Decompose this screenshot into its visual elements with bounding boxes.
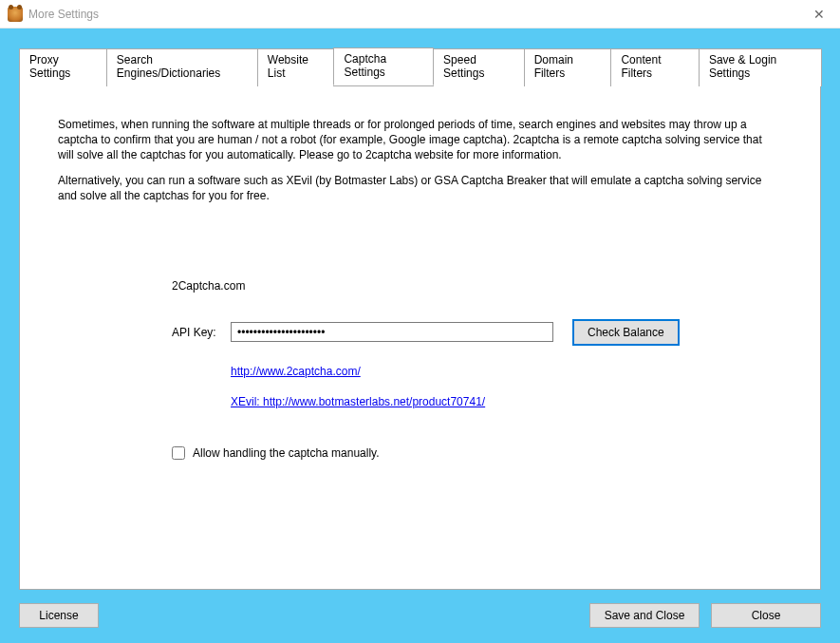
app-icon (8, 7, 23, 22)
tab-save-login-settings[interactable]: Save & Login Settings (699, 48, 822, 86)
tab-strip: Proxy Settings Search Engines/Dictionari… (19, 47, 821, 85)
tab-search-engines[interactable]: Search Engines/Dictionaries (106, 48, 258, 86)
manual-captcha-checkbox[interactable] (172, 446, 185, 460)
api-key-input[interactable] (231, 322, 553, 342)
tab-content-filters[interactable]: Content Filters (610, 48, 699, 86)
window-title: More Settings (28, 8, 99, 21)
check-balance-button[interactable]: Check Balance (572, 319, 680, 346)
intro-text: Sometimes, when running the software at … (58, 117, 779, 203)
intro-paragraph-1: Sometimes, when running the software at … (58, 117, 779, 163)
close-button[interactable]: Close (711, 603, 821, 628)
tab-domain-filters[interactable]: Domain Filters (524, 48, 612, 86)
tab-speed-settings[interactable]: Speed Settings (433, 48, 525, 86)
tab-body: Sometimes, when running the software at … (19, 85, 821, 590)
manual-captcha-label[interactable]: Allow handling the captcha manually. (193, 446, 380, 460)
close-icon[interactable]: ✕ (806, 3, 832, 26)
link-2captcha[interactable]: http://www.2captcha.com/ (231, 365, 782, 378)
manual-captcha-row: Allow handling the captcha manually. (172, 446, 782, 460)
tab-captcha-settings[interactable]: Captcha Settings (333, 47, 434, 85)
titlebar: More Settings ✕ (0, 0, 840, 28)
tab-website-list[interactable]: Website List (257, 48, 335, 86)
link-xevil[interactable]: XEvil: http://www.botmasterlabs.net/prod… (231, 395, 782, 408)
api-key-row: API Key: Check Balance (172, 319, 782, 346)
section-title: 2Captcha.com (172, 279, 782, 293)
bottom-button-bar: License Save and Close Close (19, 603, 821, 628)
license-button[interactable]: License (19, 603, 99, 628)
intro-paragraph-2: Alternatively, you can run a software su… (58, 173, 779, 203)
tab-container: Proxy Settings Search Engines/Dictionari… (19, 47, 821, 590)
outer-panel: Proxy Settings Search Engines/Dictionari… (0, 28, 840, 643)
api-key-label: API Key: (172, 326, 231, 339)
save-and-close-button[interactable]: Save and Close (589, 603, 700, 628)
captcha-section: 2Captcha.com API Key: Check Balance http… (172, 279, 782, 460)
right-button-group: Save and Close Close (589, 603, 821, 628)
tab-proxy-settings[interactable]: Proxy Settings (19, 48, 107, 86)
